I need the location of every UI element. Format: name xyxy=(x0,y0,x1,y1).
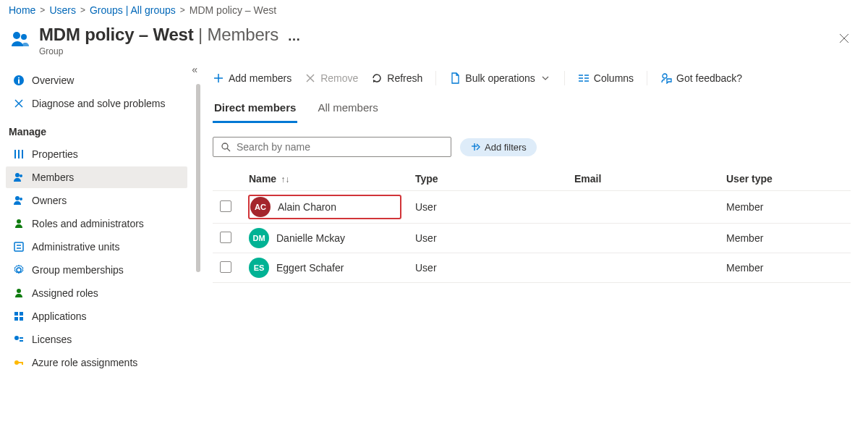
add-filters-button[interactable]: Add filters xyxy=(460,138,537,156)
svg-rect-5 xyxy=(18,80,20,84)
breadcrumb-link[interactable]: Groups | All groups xyxy=(90,4,176,16)
remove-button[interactable]: Remove xyxy=(305,72,358,84)
close-button[interactable] xyxy=(835,30,854,46)
page-title-main: MDM policy – West xyxy=(39,25,194,44)
svg-rect-22 xyxy=(14,312,18,316)
column-header-user-type[interactable]: User type xyxy=(719,167,851,191)
sidebar-item-members[interactable]: Members xyxy=(6,166,187,188)
page-title-suffix: Members xyxy=(208,25,279,44)
sidebar-item-label: Applications xyxy=(32,310,87,322)
sidebar-item-properties[interactable]: Properties xyxy=(6,143,187,165)
svg-rect-17 xyxy=(14,242,23,251)
svg-point-14 xyxy=(15,196,20,200)
table-row[interactable]: AC Alain Charon User Member xyxy=(213,191,851,224)
feedback-button[interactable]: Got feedback? xyxy=(660,72,742,84)
cell-type: User xyxy=(408,224,567,253)
user-name[interactable]: Danielle Mckay xyxy=(276,232,345,244)
tab-all-members[interactable]: All members xyxy=(316,97,379,123)
info-icon xyxy=(13,75,25,86)
svg-rect-24 xyxy=(14,317,18,321)
group-icon xyxy=(9,28,32,51)
svg-point-0 xyxy=(13,32,20,39)
user-name[interactable]: Eggert Schafer xyxy=(276,262,344,274)
sidebar-item-label: Roles and administrators xyxy=(32,218,144,229)
sidebar-item-applications[interactable]: Applications xyxy=(6,305,187,327)
sidebar-section-manage: Manage xyxy=(6,116,187,142)
svg-point-16 xyxy=(17,219,21,224)
feedback-icon xyxy=(660,72,672,84)
chevron-down-icon xyxy=(540,72,551,84)
sidebar-item-label: Properties xyxy=(32,148,78,160)
scrollbar-thumb[interactable] xyxy=(196,84,200,272)
refresh-icon xyxy=(371,72,383,84)
collapse-sidebar-button[interactable]: « xyxy=(192,64,197,75)
plus-icon xyxy=(213,72,224,84)
sidebar-item-label: Administrative units xyxy=(32,241,119,253)
chevron-right-icon: > xyxy=(180,5,185,15)
svg-rect-31 xyxy=(22,362,23,365)
breadcrumb-link[interactable]: Home xyxy=(9,4,35,16)
column-header-email[interactable]: Email xyxy=(567,167,719,191)
svg-rect-28 xyxy=(20,340,23,342)
sidebar-item-owners[interactable]: Owners xyxy=(6,190,187,211)
table-row[interactable]: DM Danielle Mckay User Member xyxy=(213,224,851,253)
column-header-type[interactable]: Type xyxy=(408,167,567,191)
sidebar-item-diagnose[interactable]: Diagnose and solve problems xyxy=(6,93,187,114)
row-checkbox[interactable] xyxy=(220,261,231,273)
breadcrumb: Home > Users > Groups | All groups > MDM… xyxy=(0,0,868,20)
user-name[interactable]: Alain Charon xyxy=(278,201,336,213)
svg-point-13 xyxy=(20,174,22,177)
toolbar-separator xyxy=(564,71,565,85)
svg-point-12 xyxy=(15,173,20,177)
svg-rect-27 xyxy=(20,337,23,339)
sidebar-item-assigned-roles[interactable]: Assigned roles xyxy=(6,282,187,304)
page-title-separator: | xyxy=(194,25,208,44)
svg-point-43 xyxy=(222,143,228,149)
page-header: MDM policy – West | Members … Group xyxy=(0,20,868,64)
sort-indicator-icon: ↑↓ xyxy=(281,174,289,185)
cell-email xyxy=(567,253,719,283)
sidebar-item-label: Diagnose and solve problems xyxy=(32,98,165,109)
svg-point-26 xyxy=(14,336,19,340)
members-table: Name↑↓ Type Email User type AC Alain Cha… xyxy=(213,167,851,283)
chip-label: Add filters xyxy=(485,142,527,153)
refresh-button[interactable]: Refresh xyxy=(371,72,422,84)
add-members-button[interactable]: Add members xyxy=(213,72,292,84)
sidebar-item-azure-role-assignments[interactable]: Azure role assignments xyxy=(6,352,187,373)
column-header-name[interactable]: Name↑↓ xyxy=(242,167,408,191)
columns-button[interactable]: Columns xyxy=(578,72,634,84)
key-icon xyxy=(13,357,25,368)
gear-icon xyxy=(13,264,25,276)
sidebar-item-admin-units[interactable]: Administrative units xyxy=(6,236,187,258)
sidebar-item-group-memberships[interactable]: Group memberships xyxy=(6,259,187,281)
avatar: DM xyxy=(249,228,269,248)
x-icon xyxy=(305,72,316,84)
chevron-right-icon: > xyxy=(40,5,45,15)
button-label: Remove xyxy=(320,72,358,84)
person-role-icon xyxy=(13,287,25,299)
search-icon xyxy=(221,142,231,152)
search-input-field[interactable] xyxy=(237,141,443,153)
more-actions-button[interactable]: … xyxy=(288,29,302,43)
sidebar-item-licenses[interactable]: Licenses xyxy=(6,329,187,350)
tab-bar: Direct members All members xyxy=(213,91,851,124)
button-label: Bulk operations xyxy=(465,72,535,84)
sidebar-item-overview[interactable]: Overview xyxy=(6,69,187,91)
people-icon xyxy=(13,172,25,183)
svg-rect-23 xyxy=(20,312,23,316)
sidebar-item-roles-administrators[interactable]: Roles and administrators xyxy=(6,213,187,234)
row-checkbox[interactable] xyxy=(220,232,231,243)
sidebar-item-label: Assigned roles xyxy=(32,287,98,299)
bulk-operations-button[interactable]: Bulk operations xyxy=(449,72,551,84)
search-input[interactable] xyxy=(213,137,451,157)
tab-direct-members[interactable]: Direct members xyxy=(213,97,297,123)
row-checkbox[interactable] xyxy=(220,200,231,212)
cell-email xyxy=(567,224,719,253)
command-bar: Add members Remove Refresh Bulk operatio… xyxy=(213,68,851,91)
svg-point-1 xyxy=(21,34,27,40)
admin-units-icon xyxy=(13,241,25,253)
breadcrumb-link[interactable]: Users xyxy=(49,4,76,16)
document-icon xyxy=(449,72,461,84)
sidebar-item-label: Overview xyxy=(32,75,74,86)
table-row[interactable]: ES Eggert Schafer User Member xyxy=(213,253,851,283)
